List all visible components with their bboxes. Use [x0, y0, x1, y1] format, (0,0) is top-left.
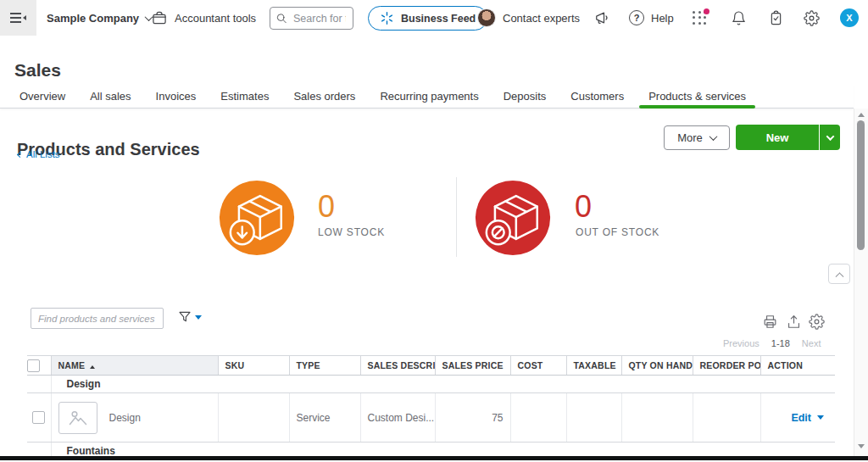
clipboard-icon	[768, 10, 784, 26]
print-button[interactable]	[762, 314, 778, 333]
category-row-design: Design	[27, 376, 835, 393]
page-range: 1-18	[771, 338, 790, 348]
table-settings-button[interactable]	[809, 314, 825, 333]
window-bottom-edge	[0, 456, 868, 460]
tab-sales-orders[interactable]: Sales orders	[293, 84, 355, 108]
low-stock-box-icon	[218, 179, 296, 257]
select-all-checkbox[interactable]	[27, 359, 40, 372]
out-of-stock-count: 0	[575, 192, 592, 222]
column-header-qty-on-hand[interactable]: QTY ON HAND	[621, 356, 693, 376]
briefcase-icon	[151, 9, 168, 26]
gear-icon	[804, 10, 820, 26]
widget-divider	[456, 177, 457, 257]
company-name: Sample Company	[47, 12, 139, 25]
product-qty-on-hand	[621, 393, 693, 443]
image-placeholder-icon	[68, 408, 88, 428]
sparkle-icon	[380, 11, 394, 25]
out-of-stock-box-icon	[474, 179, 552, 257]
vertical-scrollbar	[854, 109, 868, 456]
tab-customers[interactable]: Customers	[570, 84, 624, 108]
chevron-up-icon	[835, 272, 843, 281]
new-button[interactable]: New	[736, 125, 819, 150]
help-label: Help	[651, 12, 674, 25]
product-cost	[510, 393, 566, 443]
column-header-action[interactable]: ACTION	[760, 356, 835, 376]
column-header-sales-price[interactable]: SALES PRICE	[435, 356, 510, 376]
product-taxable	[566, 393, 621, 443]
find-products-input[interactable]	[31, 308, 164, 329]
row-checkbox[interactable]	[32, 411, 45, 424]
next-page-button[interactable]: Next	[802, 338, 821, 348]
search-icon	[275, 12, 287, 25]
accountant-tools-label: Accountant tools	[175, 12, 256, 25]
column-header-taxable[interactable]: TAXABLE	[566, 356, 621, 376]
column-header-type[interactable]: TYPE	[289, 356, 360, 376]
products-table: NAME SKU TYPE SALES DESCRIPT SALES PRICE…	[27, 355, 835, 460]
accountant-tools-button[interactable]: Accountant tools	[151, 0, 256, 36]
help-button[interactable]: ? Help	[629, 0, 674, 36]
new-label: New	[766, 131, 789, 144]
filter-button[interactable]	[177, 309, 202, 325]
category-name: Design	[51, 376, 835, 393]
pagination: Previous 1-18 Next	[723, 338, 821, 348]
table-header-row: NAME SKU TYPE SALES DESCRIPT SALES PRICE…	[27, 356, 835, 376]
caret-down-icon	[817, 415, 824, 420]
notifications-button[interactable]	[731, 0, 747, 36]
contact-experts-button[interactable]: Contact experts	[477, 0, 580, 36]
low-stock-count: 0	[318, 192, 335, 222]
column-header-sku[interactable]: SKU	[218, 356, 289, 376]
chevron-left-icon	[17, 151, 23, 157]
bell-icon	[731, 10, 747, 26]
chevron-down-icon	[826, 132, 834, 141]
all-lists-label: All Lists	[26, 149, 60, 159]
sales-tabs: Overview All sales Invoices Estimates Sa…	[0, 84, 854, 109]
tab-all-sales[interactable]: All sales	[90, 84, 131, 108]
settings-button[interactable]	[804, 0, 820, 36]
announcements-button[interactable]	[593, 0, 610, 36]
low-stock-widget[interactable]	[218, 179, 296, 257]
more-label: More	[677, 131, 703, 144]
product-row-design: Design Service Custom Desi... 75 Edit	[27, 393, 835, 443]
new-dropdown-button[interactable]	[820, 125, 840, 150]
global-search-input[interactable]	[292, 12, 348, 25]
sidebar-toggle-button[interactable]	[0, 0, 36, 36]
tab-estimates[interactable]: Estimates	[220, 84, 269, 108]
apps-button[interactable]	[693, 0, 707, 36]
caret-down-icon	[195, 315, 202, 320]
funnel-icon	[177, 309, 192, 325]
product-sales-description: Custom Desi...	[360, 393, 435, 443]
collapse-panel-button[interactable]	[828, 264, 850, 284]
column-header-sales-description[interactable]: SALES DESCRIPT	[360, 356, 435, 376]
tab-deposits[interactable]: Deposits	[504, 84, 547, 108]
previous-page-button[interactable]: Previous	[723, 338, 760, 348]
product-thumbnail	[58, 402, 97, 434]
column-header-reorder-point[interactable]: REORDER POINT	[693, 356, 760, 376]
tab-overview[interactable]: Overview	[19, 84, 65, 108]
export-button[interactable]	[786, 314, 802, 333]
more-button[interactable]: More	[664, 125, 730, 150]
product-sku	[218, 393, 289, 443]
company-menu[interactable]: Sample Company	[47, 0, 152, 36]
all-lists-link[interactable]: All Lists	[18, 149, 60, 159]
column-header-name[interactable]: NAME	[51, 356, 218, 376]
out-of-stock-widget[interactable]	[474, 179, 552, 257]
user-menu[interactable]: X	[840, 0, 859, 36]
tab-invoices[interactable]: Invoices	[156, 84, 197, 108]
gear-icon	[809, 314, 825, 330]
help-icon: ?	[629, 10, 644, 25]
tab-recurring-payments[interactable]: Recurring payments	[380, 84, 478, 108]
column-header-cost[interactable]: COST	[510, 356, 566, 376]
product-name: Design	[109, 412, 141, 424]
scroll-up-arrow[interactable]	[858, 113, 865, 117]
tab-products-services[interactable]: Products & services	[648, 84, 746, 108]
tasks-button[interactable]	[768, 0, 784, 36]
quickbooks-window: Sample Company Accountant tools Business…	[0, 0, 868, 462]
out-of-stock-label: OUT OF STOCK	[576, 226, 659, 238]
user-avatar: X	[840, 8, 859, 27]
scrollbar-thumb[interactable]	[857, 120, 865, 250]
business-feed-label: Business Feed	[401, 13, 476, 25]
scroll-down-arrow[interactable]	[858, 444, 865, 448]
edit-button[interactable]: Edit	[791, 412, 828, 424]
business-feed-button[interactable]: Business Feed	[368, 6, 487, 31]
global-search[interactable]	[270, 7, 353, 30]
